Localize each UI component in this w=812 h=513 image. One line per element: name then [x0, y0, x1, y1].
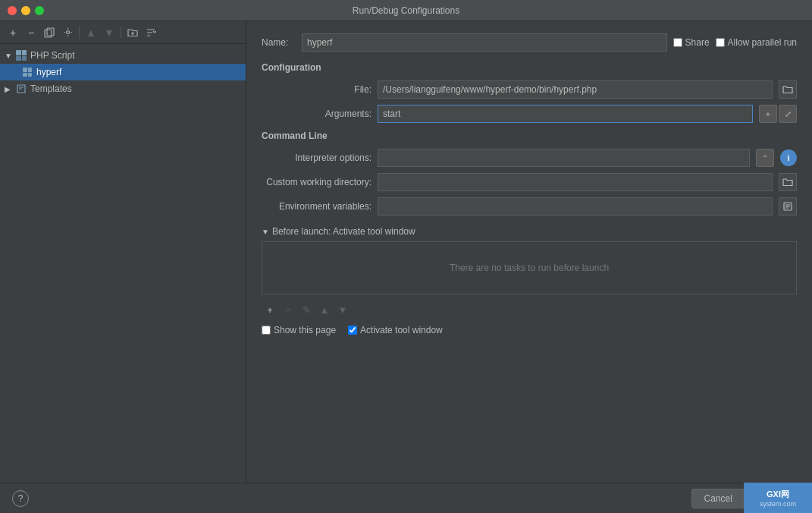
env-vars-label: Environment variables: — [262, 201, 372, 212]
launch-remove-button[interactable]: − — [280, 301, 296, 318]
bottom-left: ? — [12, 490, 29, 507]
arguments-expand-button[interactable]: ⤢ — [779, 105, 797, 123]
launch-toolbar: + − ✎ ▲ ▼ — [262, 299, 797, 320]
tree-arrow-templates: ▶ — [5, 85, 15, 93]
command-line-header: Command Line — [262, 131, 797, 141]
right-panel: Name: Share Allow parallel run Configura… — [246, 21, 812, 483]
watermark-line1: GXI网 — [767, 489, 789, 500]
file-browse-button[interactable] — [779, 80, 797, 99]
activate-tool-checkbox-label[interactable]: Activate tool window — [348, 325, 443, 335]
show-page-checkbox[interactable] — [262, 326, 271, 335]
file-label: File: — [262, 84, 372, 95]
name-label: Name: — [262, 37, 296, 48]
php-script-icon — [15, 49, 27, 61]
window-controls[interactable] — [8, 6, 44, 15]
bottom-bar: ? Cancel Apply — [0, 483, 812, 513]
php-script-label: PHP Script — [30, 50, 74, 61]
settings-config-button[interactable] — [59, 24, 76, 41]
env-vars-row: Environment variables: — [262, 197, 797, 216]
name-row: Name: Share Allow parallel run — [262, 33, 797, 52]
move-down-button[interactable]: ▼ — [101, 24, 118, 41]
arguments-input[interactable] — [378, 105, 753, 123]
cancel-button[interactable]: Cancel — [691, 489, 745, 508]
help-button[interactable]: ? — [12, 490, 29, 507]
arguments-label: Arguments: — [262, 109, 372, 119]
add-folder-button[interactable] — [124, 24, 141, 41]
remove-config-button[interactable]: − — [23, 24, 39, 41]
launch-down-button[interactable]: ▼ — [334, 301, 351, 318]
before-launch-arrow: ▼ — [262, 228, 269, 236]
templates-icon — [15, 83, 27, 95]
share-checkbox-label[interactable]: Share — [673, 37, 710, 48]
working-dir-browse-button[interactable] — [779, 173, 797, 191]
title-bar: Run/Debug Configurations — [0, 0, 812, 21]
tree-item-php-script[interactable]: ▼ PHP Script — [0, 47, 246, 64]
main-layout: + − ▲ ▼ — [0, 21, 812, 483]
before-launch-title: Before launch: Activate tool window — [272, 226, 415, 237]
share-checkbox[interactable] — [673, 38, 682, 47]
working-dir-label: Custom working directory: — [262, 177, 372, 187]
hyperf-icon — [21, 66, 33, 78]
window-title: Run/Debug Configurations — [353, 5, 459, 16]
interpreter-info-button[interactable]: i — [780, 149, 797, 166]
before-launch-header[interactable]: ▼ Before launch: Activate tool window — [262, 226, 797, 237]
before-launch-box: There are no tasks to run before launch — [262, 241, 797, 294]
no-tasks-text: There are no tasks to run before launch — [450, 263, 609, 273]
allow-parallel-checkbox-label[interactable]: Allow parallel run — [716, 37, 797, 48]
configuration-header: Configuration — [262, 62, 797, 73]
maximize-button[interactable] — [35, 6, 44, 15]
arguments-add-button[interactable]: + — [759, 105, 777, 123]
interpreter-label: Interpreter options: — [262, 153, 372, 163]
env-vars-input[interactable] — [378, 197, 773, 216]
tree-item-templates[interactable]: ▶ Templates — [0, 80, 246, 97]
file-row: File: — [262, 80, 797, 99]
move-up-button[interactable]: ▲ — [83, 24, 99, 41]
working-dir-row: Custom working directory: — [262, 173, 797, 191]
sort-button[interactable] — [143, 24, 159, 41]
activate-tool-label: Activate tool window — [360, 325, 443, 335]
arguments-buttons: + ⤢ — [759, 105, 797, 123]
interpreter-input[interactable] — [378, 149, 750, 167]
launch-up-button[interactable]: ▲ — [316, 301, 333, 318]
bottom-checkboxes: Show this page Activate tool window — [262, 320, 797, 340]
watermark-line2: system.com — [760, 500, 796, 508]
minimize-button[interactable] — [21, 6, 30, 15]
activate-tool-checkbox[interactable] — [348, 326, 357, 335]
share-label: Share — [685, 37, 710, 48]
arguments-row: Arguments: + ⤢ — [262, 105, 797, 123]
close-button[interactable] — [8, 6, 17, 15]
launch-edit-button[interactable]: ✎ — [298, 301, 315, 318]
interpreter-macro-button[interactable]: ⌃ — [756, 149, 774, 167]
file-input[interactable] — [378, 80, 773, 99]
working-dir-input[interactable] — [378, 173, 773, 191]
toolbar-separator2 — [121, 27, 121, 39]
allow-parallel-checkbox[interactable] — [716, 38, 725, 47]
interpreter-row: Interpreter options: ⌃ i — [262, 149, 797, 167]
name-input[interactable] — [302, 33, 667, 52]
copy-config-button[interactable] — [41, 24, 58, 41]
left-toolbar: + − ▲ ▼ — [0, 21, 246, 44]
watermark: GXI网 system.com — [744, 483, 812, 513]
launch-add-button[interactable]: + — [262, 301, 278, 318]
allow-parallel-label: Allow parallel run — [728, 37, 797, 48]
tree-arrow-php: ▼ — [5, 52, 15, 60]
svg-point-2 — [66, 31, 69, 34]
toolbar-separator — [79, 27, 80, 39]
left-panel: + − ▲ ▼ — [0, 21, 246, 483]
templates-label: Templates — [30, 83, 72, 94]
hyperf-label: hyperf — [36, 67, 61, 77]
tree-item-hyperf[interactable]: hyperf — [0, 64, 246, 80]
show-page-label: Show this page — [274, 325, 336, 335]
env-vars-edit-button[interactable] — [779, 197, 797, 216]
tree-area: ▼ PHP Script hyperf ▶ — [0, 44, 246, 483]
show-page-checkbox-label[interactable]: Show this page — [262, 325, 336, 335]
add-config-button[interactable]: + — [5, 24, 21, 41]
